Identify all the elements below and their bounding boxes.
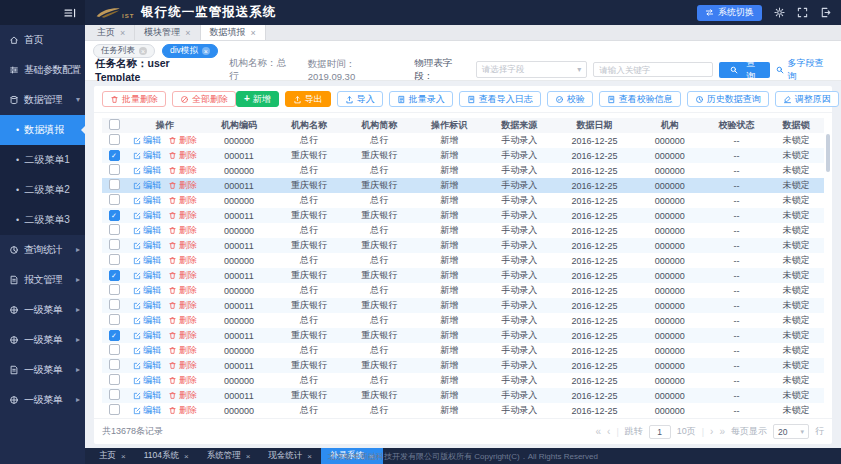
row-checkbox[interactable] [109, 359, 120, 370]
edit-link[interactable]: 编辑 [133, 149, 161, 162]
sidebar-subitem-submenu1[interactable]: •二级菜单1 [0, 145, 85, 175]
row-checkbox[interactable] [109, 179, 120, 190]
fullscreen-icon[interactable] [797, 7, 808, 18]
delete-link[interactable]: 删除 [168, 329, 197, 342]
close-icon[interactable]: × [120, 28, 125, 38]
delete-link[interactable]: 删除 [168, 134, 197, 147]
delete-link[interactable]: 删除 [168, 314, 197, 327]
delete-link[interactable]: 删除 [168, 269, 197, 282]
import-button[interactable]: 导入 [337, 91, 383, 107]
delete-all-button[interactable]: 全部删除 [172, 91, 236, 107]
table-row[interactable]: 编辑删除000000总行总行新增手动录入2016-12-25000000--未锁… [102, 403, 824, 418]
table-row[interactable]: 编辑删除000011重庆银行重庆银行新增手动录入2016-12-25000000… [102, 388, 824, 403]
collapse-sidebar-icon[interactable] [64, 8, 76, 18]
delete-link[interactable]: 删除 [168, 149, 197, 162]
edit-link[interactable]: 编辑 [133, 404, 161, 417]
row-checkbox[interactable] [109, 134, 120, 145]
close-icon[interactable]: × [121, 452, 126, 461]
table-row[interactable]: ✓编辑删除000011重庆银行重庆银行新增手动录入2016-12-2500000… [102, 208, 824, 223]
delete-link[interactable]: 删除 [168, 374, 197, 387]
edit-link[interactable]: 编辑 [133, 389, 161, 402]
table-row[interactable]: ✓编辑删除000011重庆银行重庆银行新增手动录入2016-12-2500000… [102, 328, 824, 343]
view-import-log-button[interactable]: 查看导入日志 [459, 91, 541, 107]
close-icon[interactable]: × [307, 452, 312, 461]
bottom-tab-supplement-system[interactable]: 补录系统× [321, 448, 383, 464]
batch-entry-button[interactable]: 批量录入 [389, 91, 453, 107]
validate-button[interactable]: 校验 [547, 91, 593, 107]
view-validation-info-button[interactable]: 查看校验信息 [599, 91, 681, 107]
table-row[interactable]: ✓编辑删除000011重庆银行重庆银行新增手动录入2016-12-2500000… [102, 148, 824, 163]
close-icon[interactable]: × [184, 452, 189, 461]
table-row[interactable]: 编辑删除000011重庆银行重庆银行新增手动录入2016-12-25000000… [102, 298, 824, 313]
sidebar-item-home[interactable]: 首页 [0, 25, 85, 55]
row-checkbox[interactable]: ✓ [109, 270, 120, 281]
close-icon[interactable]: × [369, 452, 374, 461]
row-checkbox[interactable] [109, 284, 120, 295]
table-row[interactable]: 编辑删除000000总行总行新增手动录入2016-12-25000000--未锁… [102, 193, 824, 208]
field-select[interactable]: 请选择字段 ▾ [476, 61, 587, 78]
page-number-input[interactable] [649, 425, 671, 439]
sidebar-item-menu4[interactable]: 一级菜单▸ [0, 385, 85, 415]
close-circle-icon[interactable]: × [202, 47, 210, 55]
close-circle-icon[interactable]: × [139, 47, 147, 55]
table-scrollbar[interactable] [826, 134, 830, 172]
edit-link[interactable]: 编辑 [133, 254, 161, 267]
edit-link[interactable]: 编辑 [133, 359, 161, 372]
row-checkbox[interactable] [109, 314, 120, 325]
row-checkbox[interactable] [109, 164, 120, 175]
pager-prev-button[interactable]: ‹ [607, 426, 610, 437]
add-button[interactable]: +新增 [236, 91, 279, 107]
row-checkbox[interactable] [109, 344, 120, 355]
batch-delete-button[interactable]: 批量删除 [102, 91, 166, 107]
delete-link[interactable]: 删除 [168, 194, 197, 207]
edit-link[interactable]: 编辑 [133, 314, 161, 327]
edit-link[interactable]: 编辑 [133, 179, 161, 192]
export-button[interactable]: 导出 [285, 91, 331, 107]
close-icon[interactable]: × [246, 452, 251, 461]
edit-link[interactable]: 编辑 [133, 329, 161, 342]
delete-link[interactable]: 删除 [168, 224, 197, 237]
sidebar-subitem-submenu3[interactable]: •二级菜单3 [0, 205, 85, 235]
per-page-select[interactable]: 20▾ [773, 424, 809, 439]
delete-link[interactable]: 删除 [168, 359, 197, 372]
table-row[interactable]: 编辑删除000000总行总行新增手动录入2016-12-25000000--未锁… [102, 223, 824, 238]
edit-link[interactable]: 编辑 [133, 269, 161, 282]
edit-link[interactable]: 编辑 [133, 374, 161, 387]
adjust-reason-button[interactable]: 调整原因 [775, 91, 839, 107]
table-row[interactable]: 编辑删除000000总行总行新增手动录入2016-12-25000000--未锁… [102, 163, 824, 178]
row-checkbox[interactable] [109, 254, 120, 265]
delete-link[interactable]: 删除 [168, 404, 197, 417]
close-icon[interactable]: × [251, 28, 256, 38]
pager-first-button[interactable]: « [595, 426, 601, 437]
row-checkbox[interactable] [109, 239, 120, 250]
edit-link[interactable]: 编辑 [133, 164, 161, 177]
delete-link[interactable]: 删除 [168, 299, 197, 312]
sidebar-item-base-params[interactable]: 基础参数配置▸ [0, 55, 85, 85]
row-checkbox[interactable]: ✓ [109, 150, 120, 161]
bottom-tab-1104-system[interactable]: 1104系统× [135, 448, 198, 464]
logout-icon[interactable] [820, 7, 831, 18]
table-row[interactable]: 编辑删除000000总行总行新增手动录入2016-12-25000000--未锁… [102, 313, 824, 328]
row-checkbox[interactable] [109, 194, 120, 205]
bottom-tab-home[interactable]: 主页× [90, 448, 135, 464]
table-row[interactable]: 编辑删除000000总行总行新增手动录入2016-12-25000000--未锁… [102, 343, 824, 358]
sidebar-subitem-data-entry[interactable]: •数据填报 [0, 115, 85, 145]
edit-link[interactable]: 编辑 [133, 239, 161, 252]
history-data-query-button[interactable]: 历史数据查询 [687, 91, 769, 107]
edit-link[interactable]: 编辑 [133, 194, 161, 207]
delete-link[interactable]: 删除 [168, 179, 197, 192]
pager-last-button[interactable]: » [719, 426, 725, 437]
tab-data-entry[interactable]: 数据填报× [201, 25, 266, 40]
bottom-tab-system-manage[interactable]: 系统管理× [198, 448, 260, 464]
table-row[interactable]: 编辑删除000000总行总行新增手动录入2016-12-25000000--未锁… [102, 283, 824, 298]
settings-gear-icon[interactable] [774, 7, 785, 18]
delete-link[interactable]: 删除 [168, 164, 197, 177]
row-checkbox[interactable] [109, 389, 120, 400]
delete-link[interactable]: 删除 [168, 344, 197, 357]
table-row[interactable]: 编辑删除000000总行总行新增手动录入2016-12-25000000--未锁… [102, 373, 824, 388]
tab-home[interactable]: 主页× [88, 25, 135, 40]
delete-link[interactable]: 删除 [168, 389, 197, 402]
select-all-checkbox[interactable] [109, 119, 120, 130]
tab-module-manage[interactable]: 模块管理× [135, 25, 200, 40]
table-row[interactable]: 编辑删除000011重庆银行重庆银行新增手动录入2016-12-25000000… [102, 358, 824, 373]
